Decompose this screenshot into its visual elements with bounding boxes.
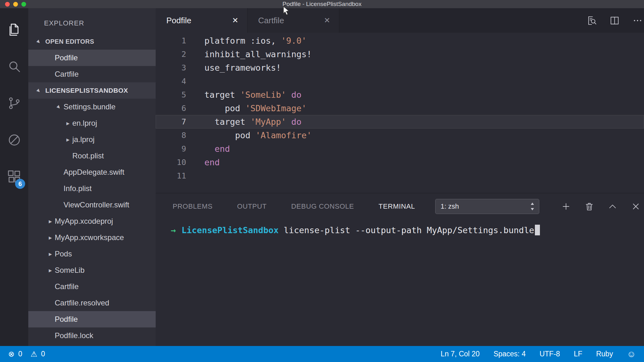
code-text: target 'MyApp' do — [204, 115, 302, 129]
split-editor-icon[interactable] — [609, 15, 620, 26]
chevron-expanded-icon[interactable]: ▸ — [53, 101, 65, 113]
activity-item-files[interactable] — [0, 11, 28, 48]
chevron-collapsed-icon[interactable]: ▸ — [46, 217, 55, 225]
tree-item[interactable]: ▸en.lproj — [28, 115, 156, 131]
status-item[interactable]: Spaces: 4 — [493, 350, 525, 358]
warnings-icon: ⚠ — [31, 350, 37, 359]
tree-item[interactable]: ▸MyApp.xcworkspace — [28, 229, 156, 246]
code-line-9[interactable]: 9 end — [156, 142, 644, 156]
plus-icon[interactable] — [561, 201, 571, 211]
tab-podfile[interactable]: Podfile✕ — [156, 8, 247, 33]
code-line-3[interactable]: 3use_frameworks! — [156, 61, 644, 74]
status-item[interactable]: Ruby — [596, 350, 613, 358]
tree-item-label: Pods — [55, 250, 72, 258]
sidebar-title: EXPLORER — [28, 13, 156, 33]
sidebar-explorer: EXPLORER ▸ OPEN EDITORS PodfileCartfile … — [28, 8, 156, 346]
activity-item-source-control[interactable] — [0, 85, 28, 122]
close-window-button[interactable] — [5, 2, 10, 7]
status-bar: ⊗ 0 ⚠ 0 Ln 7, Col 20Spaces: 4UTF-8LFRuby… — [0, 346, 644, 362]
project-header[interactable]: ▸ LICENSEPLISTSANDBOX — [28, 82, 156, 99]
code-line-5[interactable]: 5target 'SomeLib' do — [156, 88, 644, 101]
code-text: inhibit_all_warnings! — [204, 47, 312, 61]
files-icon — [7, 22, 22, 37]
code-line-1[interactable]: 1platform :ios, '9.0' — [156, 34, 644, 47]
feedback-smiley-icon[interactable]: ☺ — [627, 349, 636, 359]
tree-item[interactable]: Podfile — [28, 311, 156, 327]
panel-tab-debug-console[interactable]: DEBUG CONSOLE — [291, 202, 354, 211]
tree-item[interactable]: Cartfile — [28, 278, 156, 295]
main-area: 6 EXPLORER ▸ OPEN EDITORS PodfileCartfil… — [0, 8, 644, 346]
project-label: LICENSEPLISTSANDBOX — [45, 87, 128, 94]
tab-close-icon[interactable]: ✕ — [232, 16, 238, 25]
titlebar[interactable]: Podfile - LicensePlistSandbox — [0, 0, 644, 8]
tree-item[interactable]: ▸MyApp.xcodeproj — [28, 213, 156, 229]
code-text: end — [204, 156, 220, 169]
tree-item[interactable]: ▸ja.lproj — [28, 131, 156, 148]
tab-bar: Podfile✕Cartfile✕ — [156, 8, 644, 33]
tree-item[interactable]: ViewController.swift — [28, 197, 156, 213]
tree-item-label: MyApp.xcworkspace — [55, 233, 124, 242]
tree-item-label: en.lproj — [72, 119, 97, 128]
chevron-collapsed-icon[interactable]: ▸ — [46, 234, 55, 241]
warning-count: 0 — [41, 350, 45, 358]
chevron-expanded-icon: ▸ — [33, 85, 45, 96]
vscode-window: Podfile - LicensePlistSandbox 6 EXPLORER… — [0, 0, 644, 362]
open-editors-list: PodfileCartfile — [28, 50, 156, 82]
code-line-6[interactable]: 6 pod 'SDWebImage' — [156, 101, 644, 115]
tree-item[interactable]: Cartfile.resolved — [28, 295, 156, 311]
tree-item[interactable]: ▸SomeLib — [28, 262, 156, 278]
debug-icon — [7, 133, 22, 147]
tree-item[interactable]: Info.plist — [28, 180, 156, 197]
ellipsis-icon[interactable] — [632, 15, 643, 26]
activity-item-debug[interactable] — [0, 122, 28, 158]
chevron-expanded-icon: ▸ — [33, 36, 45, 47]
tab-close-icon[interactable]: ✕ — [324, 16, 330, 25]
bottom-panel: PROBLEMSOUTPUTDEBUG CONSOLETERMINAL 1: z… — [156, 193, 644, 346]
code-line-11[interactable]: 11 — [156, 169, 644, 183]
search-editor-icon[interactable] — [586, 15, 597, 26]
chevron-collapsed-icon[interactable]: ▸ — [46, 266, 55, 274]
open-editor-item[interactable]: Cartfile — [28, 66, 156, 82]
open-editors-header[interactable]: ▸ OPEN EDITORS — [28, 33, 156, 50]
line-number: 2 — [156, 47, 204, 61]
close-icon[interactable] — [631, 201, 641, 211]
tree-item[interactable]: Root.plist — [28, 148, 156, 164]
code-line-10[interactable]: 10end — [156, 156, 644, 169]
panel-tab-problems[interactable]: PROBLEMS — [173, 202, 213, 211]
editor-tabs: Podfile✕Cartfile✕ — [156, 8, 339, 33]
problems-indicator[interactable]: ⊗ 0 ⚠ 0 — [8, 350, 45, 359]
chevron-collapsed-icon[interactable]: ▸ — [46, 250, 55, 258]
code-line-2[interactable]: 2inhibit_all_warnings! — [156, 47, 644, 61]
open-editor-item[interactable]: Podfile — [28, 50, 156, 66]
status-item[interactable]: LF — [574, 350, 582, 358]
chevron-collapsed-icon[interactable]: ▸ — [64, 136, 72, 143]
chevron-up-icon[interactable] — [608, 201, 618, 211]
tab-label: Cartfile — [258, 16, 284, 25]
terminal[interactable]: → LicensePlistSandbox license-plist --ou… — [156, 220, 644, 346]
code-line-7[interactable]: 7 target 'MyApp' do — [156, 115, 644, 129]
chevron-collapsed-icon[interactable]: ▸ — [64, 119, 72, 127]
code-line-4[interactable]: 4 — [156, 74, 644, 88]
panel-tab-output[interactable]: OUTPUT — [237, 202, 267, 211]
activity-item-extensions[interactable]: 6 — [0, 158, 28, 195]
status-item[interactable]: Ln 7, Col 20 — [441, 350, 480, 358]
tab-cartfile[interactable]: Cartfile✕ — [247, 8, 339, 33]
code-line-8[interactable]: 8 pod 'Alamofire' — [156, 129, 644, 142]
tree-item[interactable]: Podfile.lock — [28, 327, 156, 344]
activity-item-search[interactable] — [0, 48, 28, 85]
activity-bar: 6 — [0, 8, 28, 346]
tree-item[interactable]: AppDelegate.swift — [28, 164, 156, 180]
editor[interactable]: 1platform :ios, '9.0'2inhibit_all_warnin… — [156, 33, 644, 193]
tab-label: Podfile — [166, 16, 192, 25]
panel-actions — [561, 201, 641, 211]
status-item[interactable]: UTF-8 — [540, 350, 560, 358]
line-number: 7 — [156, 115, 204, 129]
tree-item-label: MyApp.xcodeproj — [55, 217, 113, 226]
panel-tab-terminal[interactable]: TERMINAL — [379, 202, 415, 211]
tree-item[interactable]: ▸Settings.bundle — [28, 99, 156, 115]
tree-item[interactable]: ▸Pods — [28, 246, 156, 262]
minimize-window-button[interactable] — [13, 2, 18, 7]
zoom-window-button[interactable] — [21, 2, 26, 7]
terminal-shell-select[interactable]: 1: zsh — [435, 199, 539, 214]
trash-icon[interactable] — [584, 201, 594, 211]
